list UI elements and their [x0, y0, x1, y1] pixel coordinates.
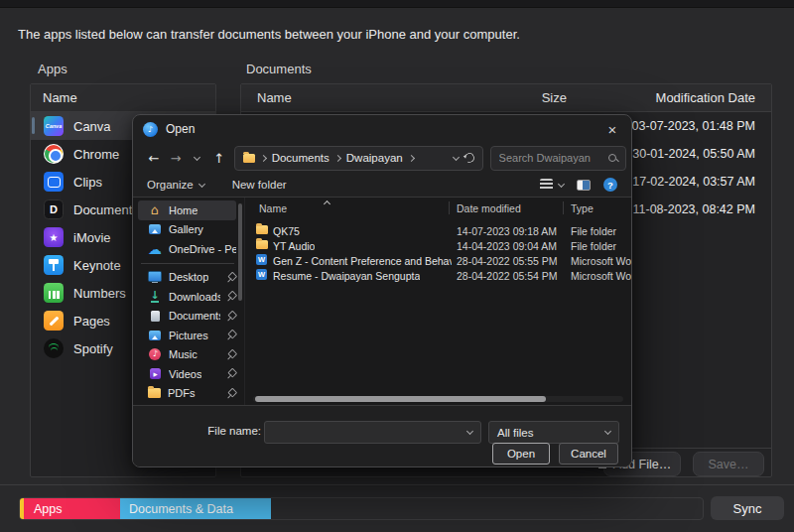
column-separator[interactable] — [449, 201, 450, 214]
search-input[interactable] — [491, 147, 625, 170]
file-name-column-header[interactable]: Name — [259, 202, 287, 214]
refresh-icon[interactable] — [463, 151, 475, 164]
close-icon[interactable]: × — [594, 115, 631, 143]
file-name-input[interactable] — [265, 422, 480, 443]
folder-icon — [148, 388, 161, 398]
file-row-gen-z[interactable]: Gen Z - Content Preference and Behaviour… — [245, 253, 631, 268]
back-arrow-icon[interactable]: ← — [143, 146, 165, 170]
sidebar-item-pictures[interactable]: Pictures — [138, 326, 236, 345]
storage-capacity-bar: Apps Documents & Data — [19, 497, 704, 520]
organize-button[interactable]: Organize — [147, 179, 204, 191]
documents-size-column-header: Size — [507, 90, 567, 105]
recent-locations-chevron-icon[interactable] — [187, 146, 208, 170]
apps-panel-header: Name — [31, 84, 215, 112]
file-row-yt-audio[interactable]: YT Audio 14-04-2023 09:04 AM File folder — [245, 238, 631, 253]
apps-section-label: Apps — [38, 62, 67, 76]
pin-icon — [227, 272, 236, 282]
dialog-content: Home Gallery OneDrive - Persor Desktop D… — [133, 198, 631, 405]
address-dropdown-chevron-icon[interactable] — [453, 153, 460, 160]
app-note-icon — [143, 122, 158, 137]
documents-name-column-header: Name — [257, 90, 507, 105]
dialog-toolbar: Organize New folder — [133, 173, 631, 198]
file-date-column-header[interactable]: Date modified — [457, 202, 521, 214]
window-top-strip — [0, 0, 794, 8]
sidebar-item-pdfs[interactable]: PDFs — [138, 384, 236, 404]
breadcrumb-separator-icon — [260, 154, 267, 161]
sidebar-item-documents[interactable]: Documents — [138, 307, 236, 327]
sidebar-item-music[interactable]: Music — [138, 345, 236, 365]
preview-pane-icon[interactable] — [577, 180, 591, 191]
column-separator[interactable] — [563, 201, 564, 214]
sidebar-item-gallery[interactable]: Gallery — [138, 220, 236, 240]
search-icon — [608, 154, 616, 162]
breadcrumb-item-documents[interactable]: Documents — [272, 152, 330, 164]
bottom-divider — [0, 484, 794, 485]
desktop-icon — [148, 271, 162, 284]
gallery-icon — [148, 223, 162, 236]
file-name-label: File name: — [193, 425, 261, 437]
up-arrow-icon[interactable]: ↑ — [208, 146, 230, 170]
home-icon — [148, 203, 162, 216]
dialog-titlebar[interactable]: Open × — [133, 115, 631, 143]
spotify-app-icon — [44, 338, 64, 358]
storage-segment-documents-data[interactable]: Documents & Data — [120, 498, 271, 519]
keynote-app-icon — [44, 255, 64, 275]
sort-ascending-icon — [324, 200, 331, 207]
cancel-button[interactable]: Cancel — [559, 443, 618, 465]
word-document-icon — [256, 254, 267, 265]
document-icon — [148, 310, 162, 323]
documents-modified-column-header: Modification Date — [621, 90, 755, 105]
file-list: Name Date modified Type QK75 14-07-2023 … — [244, 198, 631, 405]
open-button[interactable]: Open — [492, 443, 550, 465]
sidebar-item-downloads[interactable]: Downloads — [138, 287, 236, 307]
file-row-resume[interactable]: Resume - Dwaipayan Sengupta 28-04-2022 0… — [245, 268, 631, 283]
sidebar-item-onedrive[interactable]: OneDrive - Persor — [138, 239, 236, 259]
sidebar-scrollbar[interactable] — [238, 203, 242, 301]
pictures-icon — [148, 329, 162, 341]
videos-icon — [148, 367, 162, 380]
horizontal-scrollbar[interactable] — [253, 396, 623, 402]
breadcrumb-separator-icon — [408, 154, 415, 161]
sidebar-item-desktop[interactable]: Desktop — [138, 268, 236, 288]
canva-app-icon — [44, 116, 64, 136]
breadcrumb[interactable]: Documents Dwaipayan — [234, 146, 483, 171]
documents-app-icon — [44, 200, 64, 219]
storage-segment-apps[interactable]: Apps — [24, 498, 120, 519]
downloads-icon — [148, 290, 162, 303]
word-document-icon — [256, 269, 267, 280]
dialog-navigation-bar: ← → ↑ Documents Dwaipayan — [133, 143, 631, 173]
breadcrumb-item-dwaipayan[interactable]: Dwaipayan — [346, 152, 403, 164]
search-box[interactable] — [490, 146, 626, 171]
sync-button[interactable]: Sync — [711, 496, 784, 520]
file-type-select[interactable]: All files — [488, 421, 619, 444]
selection-accent-bar — [32, 117, 35, 134]
folder-icon — [256, 240, 268, 249]
new-folder-button[interactable]: New folder — [232, 179, 287, 191]
pin-icon — [227, 349, 236, 359]
file-type-dropdown-chevron-icon — [604, 428, 611, 435]
dialog-sidebar: Home Gallery OneDrive - Persor Desktop D… — [133, 198, 244, 405]
file-row-qk75[interactable]: QK75 14-07-2023 09:18 AM File folder — [245, 223, 631, 238]
forward-arrow-icon[interactable]: → — [165, 146, 187, 170]
save-button[interactable]: Save… — [693, 452, 764, 476]
file-type-column-header[interactable]: Type — [571, 202, 594, 214]
chrome-app-icon — [44, 144, 64, 164]
view-mode-button[interactable] — [540, 179, 564, 191]
sidebar-item-home[interactable]: Home — [138, 200, 236, 220]
sidebar-separator — [141, 263, 234, 264]
file-name-combobox[interactable] — [264, 421, 481, 444]
imovie-app-icon — [44, 227, 64, 247]
documents-panel-header: Name Size Modification Date — [241, 84, 771, 112]
sidebar-item-videos[interactable]: Videos — [138, 364, 236, 384]
onedrive-cloud-icon — [148, 242, 162, 255]
dialog-footer: File name: All files Open Cancel — [133, 405, 631, 467]
pin-icon — [227, 369, 236, 379]
apps-name-column-header: Name — [43, 90, 77, 105]
music-icon — [148, 348, 162, 361]
file-list-header: Name Date modified Type — [245, 198, 631, 217]
open-file-dialog: Open × ← → ↑ Documents Dwaipayan Organiz… — [132, 114, 632, 467]
page-description: The apps listed below can transfer docum… — [18, 27, 520, 42]
help-icon[interactable] — [603, 178, 617, 192]
horizontal-scrollbar-thumb[interactable] — [255, 396, 546, 402]
pin-icon — [227, 331, 236, 340]
